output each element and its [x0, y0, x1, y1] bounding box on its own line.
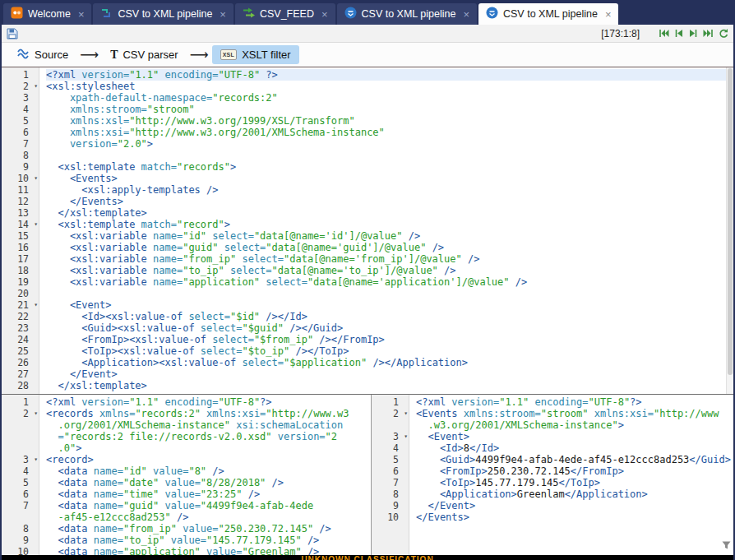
- tab-label: CSV_FEED: [260, 8, 314, 20]
- close-tab-icon[interactable]: ×: [605, 9, 612, 20]
- code-token: "23:25": [201, 488, 243, 500]
- code-token: />: [426, 242, 444, 253]
- gutter-line: 6: [2, 488, 39, 500]
- close-tab-icon[interactable]: ×: [321, 9, 328, 20]
- code-token: <xsl:stylesheet: [46, 81, 135, 92]
- fold-toggle-icon[interactable]: ▾: [34, 299, 38, 311]
- code-token: >: [618, 419, 624, 431]
- step-forward-icon[interactable]: [688, 28, 699, 39]
- line-number: 6: [23, 488, 29, 500]
- tab-pipeline-doc[interactable]: CSV to XML pipeline ×: [93, 3, 233, 25]
- fold-toggle-icon[interactable]: ▾: [34, 173, 38, 184]
- line-number: 21: [17, 299, 29, 311]
- xslt-editor-scrollbar[interactable]: [726, 67, 733, 394]
- code-token: </Application>: [565, 488, 648, 500]
- save-icon[interactable]: [7, 28, 18, 39]
- close-tab-icon[interactable]: ×: [463, 9, 469, 20]
- step-last-icon[interactable]: [703, 28, 714, 39]
- code-token: "http://www.w3.org/2001/XMLSchema-instan…: [129, 127, 385, 138]
- code-token: <Event>: [416, 431, 469, 442]
- code-token: "Greenlam": [242, 546, 301, 555]
- source-icon: [16, 48, 30, 62]
- stepping-toolbar: [173:1:8]: [2, 25, 733, 43]
- fold-toggle-icon[interactable]: ▾: [404, 408, 408, 419]
- code-token: <xsl:template: [46, 161, 141, 173]
- tab-csv-feed[interactable]: CSV_FEED ×: [235, 3, 335, 25]
- scrollbar-thumb[interactable]: [728, 68, 733, 375]
- line-number: 28: [17, 380, 29, 391]
- code-token: select=: [201, 345, 243, 357]
- flow-arrow: ⟶: [80, 47, 99, 62]
- code-token: <data: [46, 465, 94, 477]
- code-token: xmlns:xsi=: [46, 127, 129, 138]
- gutter-line: 10: [2, 546, 39, 555]
- tab-label: CSV to XML pipeline: [118, 8, 212, 20]
- step-first-icon[interactable]: [659, 28, 669, 39]
- code-token: "1.1": [129, 396, 159, 408]
- input-pane-code[interactable]: <?xml version="1.1" encoding="UTF-8"?><r…: [39, 395, 371, 555]
- code-line: <data name="id" value="8" />: [46, 465, 371, 477]
- code-line: [46, 288, 733, 299]
- code-token: <Guid><xsl:value-of: [46, 322, 201, 334]
- code-token: "guid": [183, 242, 218, 253]
- output-pane-gutter: 12▾3▾45678910: [372, 395, 409, 555]
- line-number: 10: [387, 511, 399, 523]
- code-line: xmlns:xsi="http://www.w3.org/2001/XMLSch…: [46, 127, 733, 138]
- code-token: value=: [159, 477, 201, 488]
- fold-toggle-icon[interactable]: ▾: [34, 408, 38, 419]
- code-token: "guid": [123, 500, 159, 511]
- xslt-code-editor[interactable]: 12▾345678910▾11121314▾15161718192021▾222…: [2, 67, 733, 394]
- code-line: <Guid><xsl:value-of select="$guid" /></G…: [46, 322, 733, 334]
- code-token: </Event>: [46, 368, 118, 380]
- tab-stepping-2-active[interactable]: CSV to XML pipeline ×: [478, 3, 618, 25]
- element-csv-parser[interactable]: T CSV parser: [102, 45, 187, 64]
- code-token: ?>: [630, 396, 641, 408]
- code-token: <data: [46, 500, 94, 511]
- output-data-pane[interactable]: 12▾3▾45678910 <?xml version="1.1" encodi…: [372, 395, 733, 555]
- code-token: "$to_ip": [242, 345, 289, 357]
- fold-toggle-icon[interactable]: ▾: [404, 431, 408, 442]
- code-token: </xsl:template>: [46, 207, 147, 219]
- close-tab-icon[interactable]: ×: [220, 9, 226, 20]
- code-line: <record>: [46, 454, 371, 465]
- code-line: <FromIp><xsl:value-of select="$from_ip" …: [46, 334, 733, 345]
- gutter-line: 6: [2, 127, 39, 138]
- code-token: />: [438, 265, 456, 276]
- gutter-line: 13: [2, 207, 39, 219]
- code-token: />: [266, 477, 284, 488]
- code-token: 250.230.72.145: [488, 465, 571, 477]
- line-number: 2: [23, 81, 29, 92]
- code-token: <ToIp>: [416, 477, 475, 488]
- code-token: "UTF-8": [589, 396, 631, 408]
- line-number: 18: [17, 265, 29, 276]
- refresh-icon[interactable]: [718, 28, 728, 39]
- fold-toggle-icon[interactable]: ▾: [34, 219, 38, 230]
- gutter-line: [372, 419, 409, 431]
- code-token: </FromIp>: [571, 465, 624, 477]
- gutter-line: 5: [2, 477, 39, 488]
- code-token: =: [46, 431, 64, 442]
- gutter-line: 20: [2, 288, 39, 299]
- code-line: <data name="guid" value="4499f9e4-afab-4…: [46, 500, 371, 511]
- stroom-window: Welcome × CSV to XML pipeline × CSV_FEED…: [0, 0, 735, 560]
- line-number: 2: [393, 408, 399, 419]
- code-token: "data[@name='id']/@value": [254, 230, 403, 242]
- close-tab-icon[interactable]: ×: [78, 9, 85, 20]
- tab-welcome[interactable]: Welcome ×: [3, 3, 91, 25]
- code-token: version=: [81, 396, 129, 408]
- input-data-pane[interactable]: 12▾3▾45678910 <?xml version="1.1" encodi…: [2, 395, 371, 555]
- tab-stepping-1[interactable]: CSV to XML pipeline ×: [337, 3, 477, 25]
- code-token: </Event>: [416, 500, 475, 511]
- code-token: <xsl:variable: [46, 265, 153, 276]
- xslt-editor-code[interactable]: <?xml version="1.1" encoding="UTF-8" ?><…: [39, 67, 733, 394]
- step-back-icon[interactable]: [673, 28, 684, 39]
- fold-toggle-icon[interactable]: ▾: [34, 81, 38, 92]
- line-number: 8: [23, 150, 29, 161]
- element-xslt-filter[interactable]: XSL XSLT filter: [212, 45, 299, 64]
- output-pane-code[interactable]: <?xml version="1.1" encoding="UTF-8"?><E…: [409, 395, 733, 555]
- filter-funnel-icon[interactable]: [722, 538, 731, 553]
- code-token: <xsl:variable: [46, 253, 153, 265]
- line-number: 2: [23, 408, 29, 419]
- fold-toggle-icon[interactable]: ▾: [34, 454, 38, 465]
- element-source[interactable]: Source: [8, 44, 76, 65]
